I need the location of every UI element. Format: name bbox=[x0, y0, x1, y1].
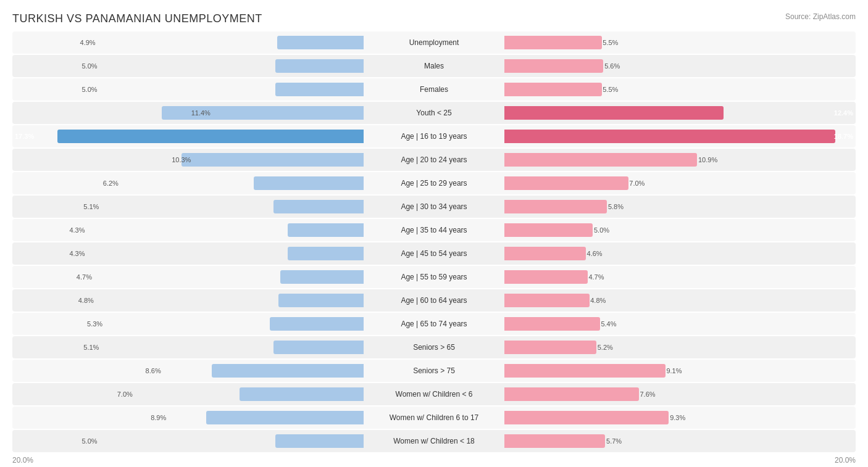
val-left: 17.3% bbox=[15, 133, 34, 140]
bar-pink bbox=[504, 387, 639, 401]
val-left: 4.3% bbox=[69, 250, 85, 257]
bar-pink bbox=[504, 294, 590, 307]
bar-pink bbox=[504, 200, 607, 213]
bar-blue bbox=[288, 247, 364, 260]
bar-pink bbox=[504, 153, 697, 167]
val-right: 5.5% bbox=[603, 86, 618, 93]
bar-left-section: 7.0% bbox=[12, 383, 366, 405]
bar-blue bbox=[206, 411, 364, 424]
bar-row: 8.6%Seniors > 759.1% bbox=[12, 360, 856, 382]
bar-blue bbox=[277, 36, 364, 49]
chart-container: TURKISH VS PANAMANIAN UNEMPLOYMENT Sourc… bbox=[0, 0, 868, 467]
val-right: 5.2% bbox=[598, 344, 613, 351]
val-left: 4.7% bbox=[77, 273, 92, 281]
val-left: 5.3% bbox=[87, 320, 102, 328]
source-text: Source: ZipAtlas.com bbox=[785, 12, 856, 21]
val-right: 5.5% bbox=[603, 39, 618, 46]
bar-row: 4.3%Age | 45 to 54 years4.6% bbox=[12, 242, 856, 265]
val-left: 4.3% bbox=[69, 226, 85, 234]
bar-pink bbox=[504, 176, 628, 190]
center-label: Age | 25 to 29 years bbox=[366, 179, 502, 188]
bar-blue bbox=[275, 434, 364, 448]
val-left: 10.3% bbox=[172, 156, 191, 163]
center-label: Women w/ Children < 6 bbox=[366, 390, 502, 399]
bar-left-section: 5.0% bbox=[12, 430, 366, 452]
val-left: 4.9% bbox=[80, 39, 96, 46]
center-label: Women w/ Children < 18 bbox=[366, 437, 502, 445]
bar-row: 5.0%Males5.6% bbox=[12, 55, 856, 77]
val-left: 5.0% bbox=[81, 437, 97, 445]
bar-row: 4.8%Age | 60 to 64 years4.8% bbox=[12, 289, 856, 312]
bar-right-section: 5.7% bbox=[502, 430, 856, 452]
val-right: 4.6% bbox=[587, 250, 603, 257]
bar-left-section: 5.3% bbox=[12, 313, 366, 335]
val-left: 6.2% bbox=[103, 180, 119, 187]
bar-left-section: 8.9% bbox=[12, 407, 366, 429]
bar-right-section: 4.6% bbox=[502, 242, 856, 265]
bar-pink bbox=[504, 364, 666, 378]
val-right: 7.0% bbox=[629, 180, 645, 187]
chart-area: 4.9%Unemployment5.5%5.0%Males5.6%5.0%Fem… bbox=[12, 31, 856, 452]
bar-pink bbox=[504, 36, 602, 49]
center-label: Women w/ Children 6 to 17 bbox=[366, 413, 502, 422]
val-left: 4.8% bbox=[78, 297, 94, 304]
val-left: 5.0% bbox=[81, 86, 97, 93]
bar-blue bbox=[240, 387, 364, 401]
val-left: 7.0% bbox=[117, 391, 133, 398]
bar-blue bbox=[280, 270, 364, 284]
bar-left-section: 4.3% bbox=[12, 242, 366, 265]
center-label: Age | 65 to 74 years bbox=[366, 320, 502, 328]
bar-right-section: 5.5% bbox=[502, 31, 856, 54]
chart-title: TURKISH VS PANAMANIAN UNEMPLOYMENT bbox=[12, 12, 856, 25]
bar-pink bbox=[504, 59, 603, 73]
bar-row: 11.4%Youth < 2512.4% bbox=[12, 102, 856, 124]
axis-right-label: 20.0% bbox=[835, 456, 856, 465]
bar-left-section: 4.7% bbox=[12, 266, 366, 288]
bar-pink bbox=[504, 317, 600, 331]
bar-right-section: 4.7% bbox=[502, 266, 856, 288]
bar-row: 4.7%Age | 55 to 59 years4.7% bbox=[12, 266, 856, 288]
bar-pink bbox=[504, 411, 669, 424]
val-right: 4.7% bbox=[588, 273, 604, 281]
val-right: 5.8% bbox=[608, 203, 624, 210]
bar-right-section: 7.6% bbox=[502, 383, 856, 405]
val-right: 4.8% bbox=[590, 297, 606, 304]
bar-right-section: 9.1% bbox=[502, 360, 856, 382]
bar-left-section: 5.1% bbox=[12, 196, 366, 218]
bar-blue bbox=[275, 59, 364, 73]
bar-blue bbox=[254, 176, 364, 190]
bar-left-section: 11.4% bbox=[12, 102, 366, 124]
center-label: Unemployment bbox=[366, 38, 502, 47]
center-label: Age | 20 to 24 years bbox=[366, 155, 502, 164]
bar-row: 17.3%Age | 16 to 19 years18.7% bbox=[12, 125, 856, 147]
val-right: 7.6% bbox=[640, 391, 655, 398]
val-right: 10.9% bbox=[698, 156, 717, 163]
val-right: 12.4% bbox=[834, 109, 853, 117]
bar-left-section: 5.0% bbox=[12, 78, 366, 101]
bar-left-section: 5.1% bbox=[12, 336, 366, 358]
val-right: 5.7% bbox=[606, 437, 622, 445]
bar-row: 5.1%Age | 30 to 34 years5.8% bbox=[12, 196, 856, 218]
bar-left-section: 10.3% bbox=[12, 149, 366, 171]
center-label: Age | 35 to 44 years bbox=[366, 226, 502, 234]
bar-row: 5.1%Seniors > 655.2% bbox=[12, 336, 856, 358]
val-left: 11.4% bbox=[191, 109, 211, 117]
bar-left-section: 4.9% bbox=[12, 31, 366, 54]
bar-blue bbox=[288, 223, 364, 237]
bar-blue bbox=[273, 341, 364, 354]
center-label: Females bbox=[366, 85, 502, 94]
val-left: 8.6% bbox=[146, 367, 161, 374]
val-right: 5.4% bbox=[601, 320, 616, 328]
bar-right-section: 5.8% bbox=[502, 196, 856, 218]
center-label: Seniors > 65 bbox=[366, 343, 502, 352]
bar-blue bbox=[270, 317, 364, 331]
bar-row: 10.3%Age | 20 to 24 years10.9% bbox=[12, 149, 856, 171]
bar-left-section: 17.3% bbox=[12, 125, 366, 147]
bar-row: 5.0%Women w/ Children < 185.7% bbox=[12, 430, 856, 452]
bar-blue bbox=[273, 200, 364, 213]
bar-right-section: 5.4% bbox=[502, 313, 856, 335]
center-label: Seniors > 75 bbox=[366, 366, 502, 375]
bar-pink bbox=[504, 270, 588, 284]
bar-left-section: 6.2% bbox=[12, 172, 366, 194]
bar-row: 7.0%Women w/ Children < 67.6% bbox=[12, 383, 856, 405]
